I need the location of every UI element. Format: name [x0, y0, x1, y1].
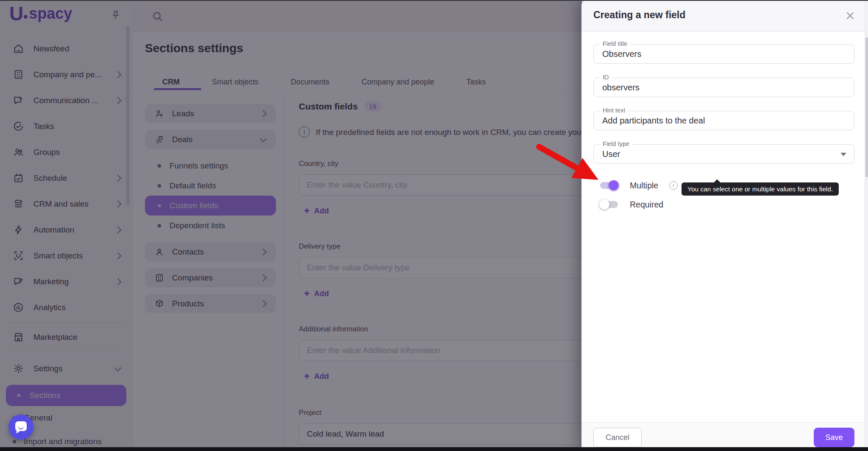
- field-title-input[interactable]: [594, 45, 854, 63]
- modal-backdrop: [0, 0, 582, 451]
- field-type-select[interactable]: [594, 145, 854, 163]
- hint-text-input[interactable]: [594, 111, 854, 130]
- multiple-toggle[interactable]: [599, 180, 619, 190]
- save-button[interactable]: Save: [814, 428, 854, 447]
- multiple-toggle-row: Multiple i: [599, 180, 678, 190]
- modal-title: Creating a new field: [593, 9, 685, 21]
- dropdown-caret-icon[interactable]: [840, 153, 846, 156]
- field-type-group: Field type: [593, 144, 854, 164]
- hint-text-label: Hint text: [600, 107, 628, 114]
- field-title-label: Field title: [600, 40, 630, 47]
- chat-bubble-icon: [15, 421, 27, 431]
- required-toggle[interactable]: [599, 199, 619, 210]
- modal-footer: Cancel Save: [581, 422, 868, 451]
- hint-text-group: Hint text: [593, 111, 854, 130]
- modal-scrollbar-thumb[interactable]: [865, 37, 868, 177]
- field-id-label: ID: [600, 74, 612, 81]
- required-toggle-label: Required: [630, 200, 663, 210]
- modal-scrollbar[interactable]: [865, 0, 868, 451]
- multiple-tooltip: You can select one or multiple values fo…: [682, 182, 839, 196]
- tooltip-text: You can select one or multiple values fo…: [687, 185, 833, 193]
- window-top-edge: [0, 0, 868, 1]
- multiple-toggle-label: Multiple: [630, 181, 658, 190]
- required-toggle-row: Required: [599, 199, 663, 210]
- creating-new-field-modal: Creating a new field Field title ID Hint…: [581, 0, 868, 451]
- chat-launcher-button[interactable]: [8, 415, 33, 440]
- window-bottom-edge: [0, 447, 868, 451]
- field-id-input[interactable]: [594, 78, 854, 97]
- field-id-group: ID: [593, 78, 854, 97]
- cancel-button[interactable]: Cancel: [593, 428, 642, 447]
- modal-header: Creating a new field: [581, 0, 868, 32]
- multiple-info-icon[interactable]: i: [669, 181, 678, 190]
- field-title-group: Field title: [593, 44, 854, 64]
- field-type-label: Field type: [600, 140, 632, 147]
- close-icon[interactable]: [845, 11, 855, 21]
- app-root: U spacy Newsfeed Company and pe... Commu…: [0, 0, 868, 451]
